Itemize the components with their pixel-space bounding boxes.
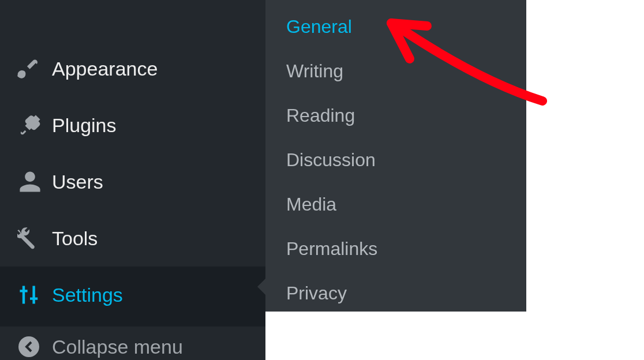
submenu-item-permalinks[interactable]: Permalinks: [265, 227, 526, 271]
sidebar-item-tools[interactable]: Tools: [0, 210, 265, 267]
user-icon: [17, 169, 52, 194]
sidebar-item-label: Settings: [52, 284, 123, 306]
sidebar-item-settings[interactable]: Settings: [0, 267, 265, 323]
submenu-item-discussion[interactable]: Discussion: [265, 138, 526, 182]
sidebar-item-label: Plugins: [52, 114, 117, 137]
paintbrush-icon: [17, 56, 52, 81]
collapse-label: Collapse menu: [52, 336, 183, 358]
wrench-icon: [17, 226, 52, 251]
submenu-item-media[interactable]: Media: [265, 182, 526, 227]
collapse-icon: [17, 335, 52, 358]
sidebar-item-label: Users: [52, 171, 103, 193]
submenu-item-privacy[interactable]: Privacy: [265, 271, 526, 316]
sidebar-item-appearance[interactable]: Appearance: [0, 40, 265, 97]
admin-sidebar: Appearance Plugins Users Tools Settings …: [0, 0, 265, 360]
sidebar-item-label: Tools: [52, 227, 98, 250]
submenu-item-general[interactable]: General: [265, 5, 526, 49]
submenu-item-reading[interactable]: Reading: [265, 93, 526, 138]
settings-submenu: General Writing Reading Discussion Media…: [265, 0, 526, 312]
submenu-pointer: [257, 279, 265, 295]
sidebar-item-label: Appearance: [52, 58, 158, 80]
svg-point-0: [18, 336, 39, 357]
submenu-item-writing[interactable]: Writing: [265, 49, 526, 93]
sidebar-item-plugins[interactable]: Plugins: [0, 97, 265, 153]
collapse-menu-button[interactable]: Collapse menu: [0, 327, 265, 360]
sidebar-item-users[interactable]: Users: [0, 153, 265, 210]
plug-icon: [17, 112, 52, 138]
sidebar-item-appearance[interactable]: [0, 0, 265, 40]
sliders-icon: [17, 282, 52, 308]
